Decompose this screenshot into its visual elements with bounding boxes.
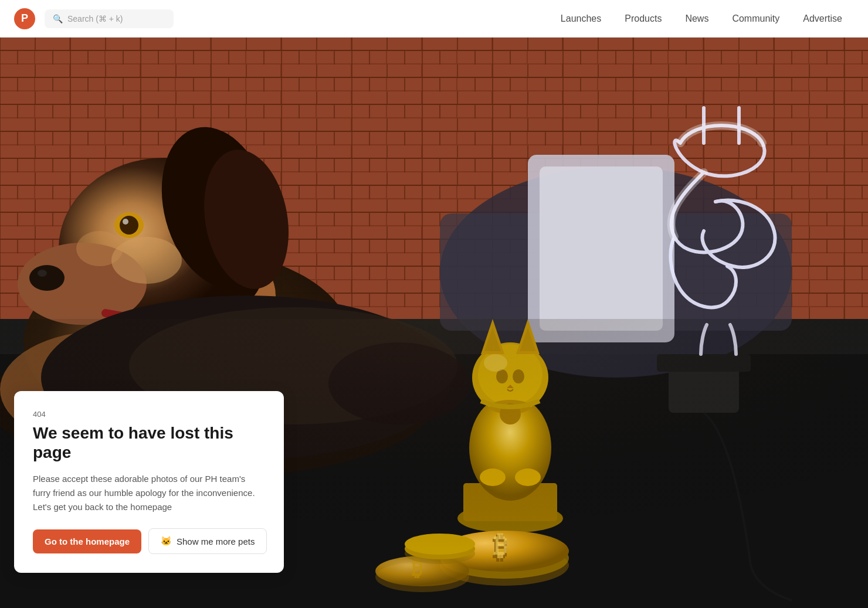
error-actions: Go to the homepage 🐱 Show me more pets <box>33 528 265 554</box>
search-placeholder: Search (⌘ + k) <box>67 14 123 23</box>
nav-link-products[interactable]: Products <box>613 9 673 29</box>
nav-link-community[interactable]: Community <box>720 9 791 29</box>
pets-label: Show me more pets <box>177 536 255 546</box>
error-card: 404 We seem to have lost this page Pleas… <box>14 391 284 573</box>
svg-point-28 <box>123 219 128 225</box>
svg-point-32 <box>76 231 123 266</box>
nav-links: Launches Products News Community Adverti… <box>549 9 854 29</box>
error-description: Please accept these adorable photos of o… <box>33 472 265 514</box>
nav-link-launches[interactable]: Launches <box>549 9 613 29</box>
go-to-homepage-button[interactable]: Go to the homepage <box>33 529 141 553</box>
nav-link-advertise[interactable]: Advertise <box>791 9 854 29</box>
nav-link-news[interactable]: News <box>673 9 720 29</box>
search-icon: 🔍 <box>53 14 63 23</box>
pets-emoji: 🐱 <box>161 536 172 546</box>
navbar: P 🔍 Search (⌘ + k) Launches Products New… <box>0 0 868 38</box>
show-more-pets-button[interactable]: 🐱 Show me more pets <box>148 528 267 554</box>
svg-rect-17 <box>540 167 663 331</box>
error-code: 404 <box>33 410 265 419</box>
search-bar[interactable]: 🔍 Search (⌘ + k) <box>45 9 174 28</box>
svg-point-24 <box>29 265 65 291</box>
logo[interactable]: P <box>14 8 35 29</box>
error-title: We seem to have lost this page <box>33 423 265 463</box>
svg-point-25 <box>38 270 47 277</box>
svg-point-27 <box>120 216 138 235</box>
